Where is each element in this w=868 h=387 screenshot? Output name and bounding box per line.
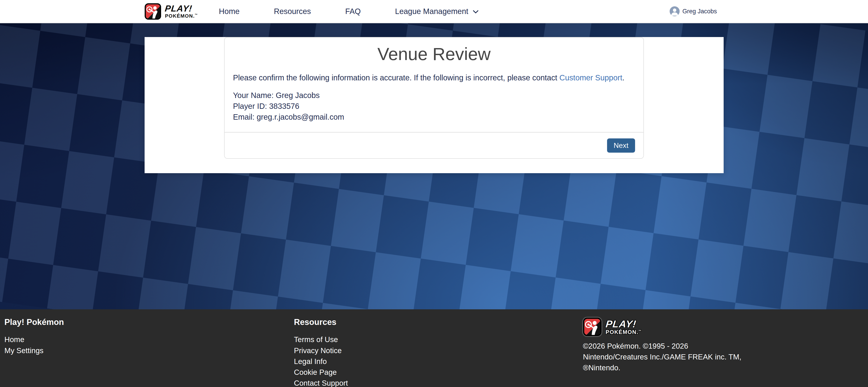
footer-heading-play-pokemon: Play! Pokémon — [4, 318, 294, 327]
brand-wordmark: PLAY! POKÉMON.™ — [165, 4, 198, 19]
content-panel: Venue Review Please confirm the followin… — [145, 37, 724, 173]
main-content: Venue Review Please confirm the followin… — [0, 23, 868, 309]
footer-brand-wordmark: PLAY! POKÉMON.™ — [606, 319, 642, 335]
customer-support-link[interactable]: Customer Support — [559, 73, 622, 82]
email-value: greg.r.jacobs@gmail.com — [257, 113, 344, 121]
trademark-symbol: ™ — [195, 13, 198, 17]
footer-link-privacy-notice[interactable]: Privacy Notice — [294, 345, 583, 356]
nav-container: PLAY! POKÉMON.™ Home Resources FAQ Leagu… — [145, 0, 724, 23]
footer-brand-pokemon-text: POKÉMON.™ — [606, 329, 642, 335]
footer-link-home[interactable]: Home — [4, 334, 294, 345]
footer-column-play-pokemon: Play! Pokémon Home My Settings — [4, 318, 294, 387]
confirmation-text: Please confirm the following information… — [233, 72, 635, 83]
copyright-text: ©2026 Pokémon. ©1995 - 2026 Nintendo/Cre… — [583, 341, 744, 373]
primary-nav: Home Resources FAQ League Management — [219, 7, 479, 16]
player-id-label: Player ID: — [233, 102, 267, 110]
play-pokemon-icon — [145, 3, 161, 20]
nav-link-resources[interactable]: Resources — [274, 7, 311, 16]
nav-link-league-management[interactable]: League Management — [395, 7, 479, 16]
player-info: Your Name: Greg Jacobs Player ID: 383357… — [233, 90, 635, 122]
player-id-value: 3833576 — [269, 102, 299, 110]
footer-link-cookie-page[interactable]: Cookie Page — [294, 367, 583, 378]
brand-logo[interactable]: PLAY! POKÉMON.™ — [145, 3, 198, 20]
brand-pokemon-text: POKÉMON.™ — [165, 13, 198, 19]
site-footer: Play! Pokémon Home My Settings Resources… — [0, 309, 868, 387]
footer-link-terms-of-use[interactable]: Terms of Use — [294, 334, 583, 345]
chevron-down-icon — [473, 10, 479, 14]
page-title: Venue Review — [233, 44, 635, 64]
info-line-player-id: Player ID: 3833576 — [233, 101, 635, 111]
top-nav: PLAY! POKÉMON.™ Home Resources FAQ Leagu… — [0, 0, 868, 23]
email-label: Email: — [233, 113, 254, 121]
user-name: Greg Jacobs — [682, 8, 717, 15]
user-menu[interactable]: Greg Jacobs — [670, 6, 723, 16]
footer-link-legal-info[interactable]: Legal Info — [294, 356, 583, 367]
page: PLAY! POKÉMON.™ Home Resources FAQ Leagu… — [0, 0, 868, 387]
nav-link-faq[interactable]: FAQ — [345, 7, 361, 16]
name-value: Greg Jacobs — [276, 91, 320, 100]
footer-play-pokemon-icon — [583, 318, 601, 336]
venue-review-card: Venue Review Please confirm the followin… — [224, 37, 644, 159]
info-line-email: Email: greg.r.jacobs@gmail.com — [233, 111, 635, 122]
name-label: Your Name: — [233, 91, 274, 100]
intro-text-after: . — [622, 73, 624, 82]
footer-link-contact-support[interactable]: Contact Support — [294, 378, 583, 387]
brand-play-text: PLAY! — [164, 4, 198, 13]
footer-trademark-symbol: ™ — [639, 329, 642, 332]
footer-column-resources: Resources Terms of Use Privacy Notice Le… — [294, 318, 583, 387]
user-avatar-icon — [670, 6, 680, 16]
footer-link-my-settings[interactable]: My Settings — [4, 345, 294, 356]
intro-text-before: Please confirm the following information… — [233, 73, 559, 82]
footer-heading-resources: Resources — [294, 318, 583, 327]
footer-links-play-pokemon: Home My Settings — [4, 334, 294, 356]
card-footer: Next — [224, 132, 643, 159]
footer-column-brand: PLAY! POKÉMON.™ ©2026 Pokémon. ©1995 - 2… — [583, 318, 860, 387]
info-line-name: Your Name: Greg Jacobs — [233, 90, 635, 101]
nav-link-home[interactable]: Home — [219, 7, 240, 16]
footer-brand-logo: PLAY! POKÉMON.™ — [583, 318, 860, 336]
next-button[interactable]: Next — [607, 138, 635, 153]
footer-brand-play-text: PLAY! — [605, 319, 642, 329]
card-body: Venue Review Please confirm the followin… — [224, 37, 643, 132]
footer-links-resources: Terms of Use Privacy Notice Legal Info C… — [294, 334, 583, 387]
